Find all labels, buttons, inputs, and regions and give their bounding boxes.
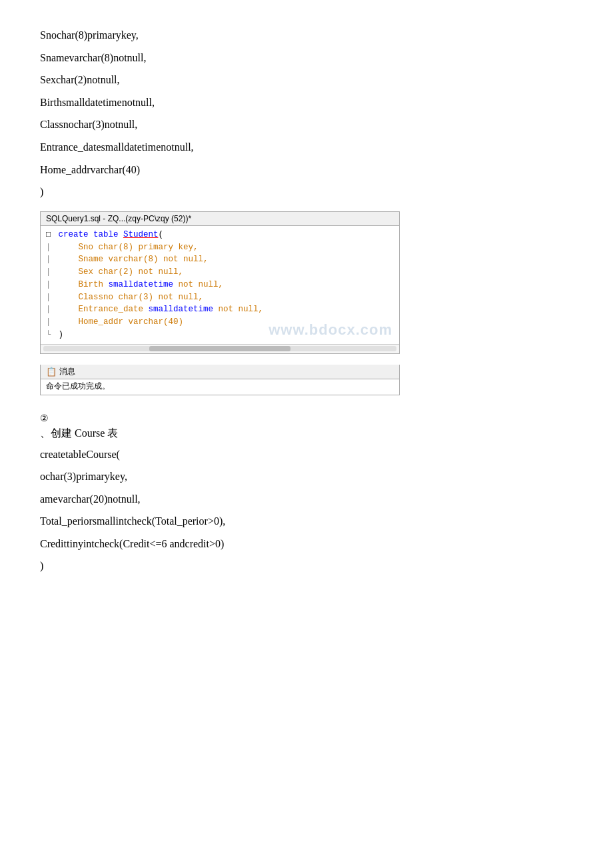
line-entrance: Entrance_datesmalldatetimenotnull, <box>40 139 573 156</box>
course-line-1: ochar(3)primarykey, <box>40 468 573 485</box>
sql-kw-create: create table <box>58 229 123 241</box>
course-line-3: Total_periorsmallintcheck(Total_perior>0… <box>40 513 573 530</box>
sql-sname: Sname varchar(8) not null, <box>58 253 208 266</box>
course-heading: 、创建 Course 表 <box>40 427 573 441</box>
sql-gutter-1: □ <box>46 229 58 241</box>
sql-line-7: | Entrance_date smalldatetime not null, <box>46 303 394 316</box>
sql-sex: Sex char(2) not null, <box>58 266 183 279</box>
sql-line-6: | Classno char(3) not null, <box>46 291 394 304</box>
sql-sno: Sno char(8) primary key, <box>58 241 198 254</box>
sql-title-bar: SQLQuery1.sql - ZQ...(zqy-PC\zqy (52))* <box>41 212 399 226</box>
sql-gutter-4: | <box>46 266 58 278</box>
sql-scrollbar-area[interactable] <box>41 344 399 353</box>
sql-gutter-2: | <box>46 241 58 253</box>
sql-body: □ create table Student( | Sno char(8) pr… <box>41 226 399 344</box>
line-homeaddr: Home_addrvarchar(40) <box>40 161 573 179</box>
sql-scrollbar-thumb[interactable] <box>149 346 291 351</box>
sql-gutter-5: | <box>46 279 58 291</box>
sql-line-1: □ create table Student( <box>46 229 394 241</box>
sql-gutter-6: | <box>46 291 58 303</box>
sql-birth-nn: not null, <box>173 279 223 291</box>
sql-line-2: | Sno char(8) primary key, <box>46 241 394 254</box>
sql-entrance-nn: not null, <box>213 303 263 316</box>
sql-classno: Classno char(3) not null, <box>58 291 203 304</box>
course-line-2: amevarchar(20)notnull, <box>40 491 573 508</box>
sql-gutter-9: └ <box>46 329 58 341</box>
sql-scrollbar-track[interactable] <box>43 346 396 351</box>
sql-window[interactable]: SQLQuery1.sql - ZQ...(zqy-PC\zqy (52))* … <box>40 211 400 354</box>
messages-icon: 📋 <box>46 367 57 377</box>
sql-line-5: | Birth smalldatetime not null, <box>46 279 394 291</box>
spacer-1 <box>40 395 573 403</box>
sql-paren-open: ( <box>158 229 163 241</box>
circle-num: ② <box>40 413 573 424</box>
line-sno: Snochar(8)primarykey, <box>40 27 573 44</box>
success-text: 命令已成功完成。 <box>40 379 400 395</box>
messages-label: 消息 <box>59 366 75 377</box>
sql-gutter-7: | <box>46 303 58 315</box>
line-classno: Classnochar(3)notnull, <box>40 116 573 133</box>
line-birth: Birthsmalldatetimenotnull, <box>40 94 573 111</box>
sql-homeaddr: Home_addr varchar(40) <box>58 316 183 329</box>
sql-entrance: Entrance_date <box>58 303 148 316</box>
sql-gutter-3: | <box>46 253 58 265</box>
sql-title-text: SQLQuery1.sql - ZQ...(zqy-PC\zqy (52))* <box>46 214 191 223</box>
course-line-5: ) <box>40 557 573 575</box>
sql-close-paren: ) <box>58 329 63 341</box>
sql-smalldt-2: smalldatetime <box>148 303 213 316</box>
line-sname: Snamevarchar(8)notnull, <box>40 49 573 67</box>
sql-birth: Birth <box>58 279 108 291</box>
course-line-0: createtableCourse( <box>40 446 573 463</box>
sql-gutter-8: | <box>46 316 58 328</box>
sql-kw-student: Student <box>123 229 159 241</box>
sql-line-9: └ ) <box>46 329 394 341</box>
main-content: Snochar(8)primarykey, Snamevarchar(8)not… <box>40 27 573 575</box>
line-sex: Sexchar(2)notnull, <box>40 71 573 89</box>
messages-bar: 📋 消息 <box>40 365 400 379</box>
line-close-paren: ) <box>40 183 573 201</box>
sql-line-4: | Sex char(2) not null, <box>46 266 394 279</box>
sql-line-8: | Home_addr varchar(40) <box>46 316 394 329</box>
course-line-4: Credittinyintcheck(Credit<=6 andcredit>0… <box>40 535 573 553</box>
sql-smalldt-1: smalldatetime <box>108 279 173 291</box>
sql-line-3: | Sname varchar(8) not null, <box>46 253 394 266</box>
